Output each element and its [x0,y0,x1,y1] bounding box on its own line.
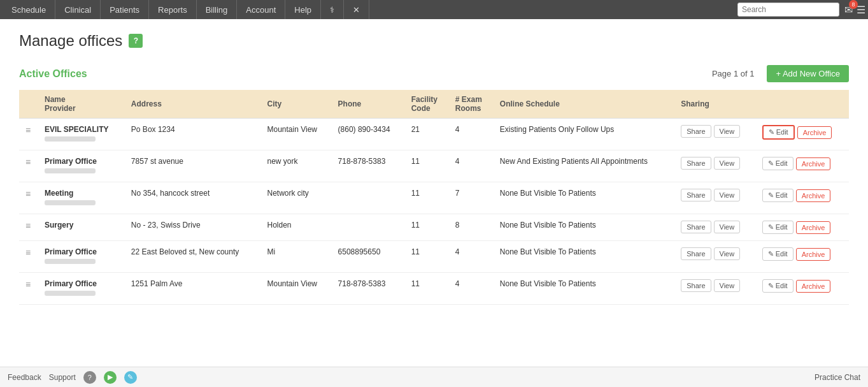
col-address: Address [125,90,261,119]
edit-button[interactable]: ✎ Edit [762,279,793,293]
facility-code-cell: 21 [405,119,449,150]
nav-help[interactable]: Help [285,0,321,19]
facility-code-cell: 11 [405,214,449,241]
provider-bar [45,136,96,142]
edit-button[interactable]: ✎ Edit [762,157,793,170]
table-row: ≡ Primary Office 7857 st avenue new york… [19,150,849,182]
city-cell: Mi [261,241,332,273]
sharing-btns: Share View [681,221,749,233]
sharing-cell: Share View [674,241,755,273]
facility-code-cell: 11 [405,182,449,214]
drag-handle-icon[interactable]: ≡ [25,189,31,199]
share-button[interactable]: Share [681,157,711,170]
provider-bar [45,200,96,205]
view-button[interactable]: View [714,221,741,233]
table-row: ≡ Meeting No 354, hancock street Network… [19,182,849,214]
search-input[interactable] [737,3,839,17]
phone-cell: (860) 890-3434 [332,119,405,150]
archive-button[interactable]: Archive [796,157,831,170]
nav-reports[interactable]: Reports [149,0,197,19]
share-button[interactable]: Share [681,189,711,201]
online-schedule-cell: None But Visible To Patients [494,214,674,241]
sharing-btns: Share View [681,189,749,201]
offices-table: NameProvider Address City Phone Facility… [19,90,849,305]
phone-cell [332,182,405,214]
edit-button[interactable]: ✎ Edit [762,221,793,234]
action-btns: ✎ Edit Archive [762,189,843,202]
action-btns: ✎ Edit Archive [762,221,843,234]
nav-billing[interactable]: Billing [197,0,238,19]
drag-handle-icon[interactable]: ≡ [25,157,31,167]
actions-cell: ✎ Edit Archive [756,273,849,305]
phone-cell: 718-878-5383 [332,273,405,305]
phone-cell: 718-878-5383 [332,150,405,182]
office-name: Surgery [45,221,118,230]
drag-handle-icon[interactable]: ≡ [25,221,31,231]
drag-handle-icon[interactable]: ≡ [25,279,31,289]
archive-button[interactable]: Archive [796,280,831,293]
help-button[interactable]: ? [129,34,143,48]
drag-handle-cell: ≡ [19,150,38,182]
view-button[interactable]: View [714,157,741,170]
view-button[interactable]: View [714,279,741,292]
city-cell: Mountain View [261,273,332,305]
address-cell: 1251 Palm Ave [125,273,261,305]
action-btns: ✎ Edit Archive [762,247,843,261]
edit-button[interactable]: ✎ Edit [762,189,793,202]
share-button[interactable]: Share [681,125,711,138]
top-nav: Schedule Clinical Patients Reports Billi… [0,0,868,19]
office-name-cell: Primary Office [38,241,125,273]
nav-clinical[interactable]: Clinical [55,0,101,19]
office-name-cell: EVIL SPECIALITY [38,119,125,150]
col-name: NameProvider [38,90,125,119]
address-cell: No 354, hancock street [125,182,261,214]
add-new-office-button[interactable]: + Add New Office [767,65,849,82]
office-name: Meeting [45,189,118,198]
exam-rooms-cell: 8 [449,214,494,241]
facility-code-cell: 11 [405,150,449,182]
table-row: ≡ Primary Office 1251 Palm Ave Mountain … [19,273,849,305]
archive-button[interactable]: Archive [797,126,832,139]
share-button[interactable]: Share [681,247,711,260]
address-cell: 7857 st avenue [125,150,261,182]
search-container [737,3,839,17]
office-name: Primary Office [45,247,118,256]
section-title: Active Offices [19,68,87,80]
view-button[interactable]: View [714,247,741,260]
office-name-cell: Primary Office [38,273,125,305]
nav-special1[interactable]: ⚕ [321,0,344,19]
archive-button[interactable]: Archive [796,248,831,261]
view-button[interactable]: View [714,189,741,201]
page-content: Manage offices ? Active Offices Page 1 o… [0,19,868,318]
nav-icons: ✉ 8 ☰ [844,4,865,16]
office-name: Primary Office [45,279,118,288]
nav-patients[interactable]: Patients [101,0,149,19]
nav-special2[interactable]: ✕ [344,0,369,19]
sharing-btns: Share View [681,125,749,138]
nav-schedule[interactable]: Schedule [3,0,55,19]
city-cell: new york [261,150,332,182]
share-button[interactable]: Share [681,221,711,233]
drag-handle-icon[interactable]: ≡ [25,247,31,258]
archive-button[interactable]: Archive [796,221,831,234]
mail-icon[interactable]: ✉ 8 [844,4,853,16]
nav-account[interactable]: Account [237,0,285,19]
address-cell: No - 23, Swiss Drive [125,214,261,241]
edit-button[interactable]: ✎ Edit [762,247,793,261]
page-title-area: Manage offices ? [19,32,849,50]
online-schedule-cell: None But Visible To Patients [494,241,674,273]
edit-button[interactable]: ✎ Edit [762,125,795,140]
online-schedule-cell: Existing Patients Only Follow Ups [494,119,674,150]
action-btns: ✎ Edit Archive [762,125,843,140]
drag-handle-icon[interactable]: ≡ [25,125,31,135]
phone-cell: 6508895650 [332,241,405,273]
exam-rooms-cell: 4 [449,150,494,182]
sharing-btns: Share View [681,279,749,292]
page-info: Page 1 of 1 [712,69,755,78]
hamburger-menu-icon[interactable]: ☰ [857,4,865,16]
share-button[interactable]: Share [681,279,711,292]
city-cell: Holden [261,214,332,241]
archive-button[interactable]: Archive [796,189,831,202]
table-header: NameProvider Address City Phone Facility… [19,90,849,119]
view-button[interactable]: View [714,125,741,138]
